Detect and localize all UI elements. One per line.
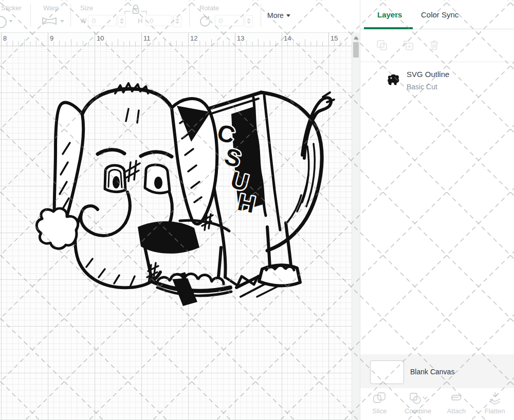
design-canvas[interactable]: C S U H: [0, 46, 352, 420]
slice-button[interactable]: Slice: [360, 388, 399, 420]
combine-label: Combine: [405, 407, 431, 415]
flatten-button[interactable]: Flatten: [475, 388, 514, 420]
more-caret-down-icon: [286, 14, 290, 17]
panel-tabs: Layers Color Sync: [360, 0, 514, 30]
layer-linetype: Basic Cut: [407, 83, 437, 91]
duplicate-layer-icon[interactable]: [402, 39, 414, 51]
toolbar-divider: [189, 4, 190, 27]
tab-layers[interactable]: Layers: [377, 10, 402, 19]
warp-icon[interactable]: [41, 16, 58, 26]
rotate-stepper[interactable]: [245, 15, 253, 27]
delete-layer-icon[interactable]: [428, 39, 440, 51]
attach-button[interactable]: Attach: [437, 388, 476, 420]
sticker-caret-down-icon[interactable]: [9, 20, 13, 23]
vertical-scrollbar[interactable]: [352, 32, 360, 420]
group-layers-icon[interactable]: [376, 39, 388, 51]
rotate-input[interactable]: 0: [215, 15, 244, 26]
layer-list-item[interactable]: SVG Outline Basic Cut: [360, 63, 514, 97]
layer-thumbnail: [386, 73, 401, 87]
layer-title: SVG Outline: [407, 70, 449, 79]
ruler-number: 12: [190, 34, 197, 42]
active-tab-underline: [364, 27, 413, 29]
height-stepper[interactable]: [173, 15, 181, 27]
combine-icon: [408, 391, 428, 406]
scroll-up-arrow-icon[interactable]: [354, 36, 359, 40]
height-input[interactable]: 0: [145, 15, 172, 26]
toolbar-divider: [70, 4, 71, 27]
width-field-label: W: [80, 17, 86, 25]
toolbar-divider: [30, 4, 31, 27]
combine-button[interactable]: Combine: [399, 388, 437, 420]
attach-label: Attach: [447, 407, 466, 415]
horizontal-ruler: 8 9 10 11 12 13 14 15: [0, 32, 352, 46]
width-stepper[interactable]: [118, 15, 126, 27]
sticker-icon[interactable]: [0, 16, 7, 28]
slice-icon: [372, 391, 387, 406]
slice-label: Slice: [372, 407, 387, 415]
tab-color-sync[interactable]: Color Sync: [421, 10, 458, 19]
elephant-line-art: C S U H: [36, 83, 334, 306]
canvas-artwork-elephant[interactable]: C S U H: [0, 46, 352, 420]
size-label: Size: [80, 4, 93, 12]
canvas-color-swatch[interactable]: [370, 360, 404, 384]
ruler-number: 10: [97, 34, 104, 42]
ruler-number: 9: [50, 34, 53, 42]
sticker-label: Sticker: [1, 4, 22, 12]
scrollbar-thumb[interactable]: [353, 42, 359, 58]
warp-caret-down-icon[interactable]: [60, 20, 64, 23]
canvas-background-label: Blank Canvas: [410, 368, 454, 376]
width-input[interactable]: 0: [88, 15, 117, 26]
rotate-icon[interactable]: [198, 15, 212, 27]
height-field-label: H: [138, 17, 142, 25]
ruler-number: 14: [284, 34, 291, 42]
edit-toolbar: Sticker Warp Size W 0 H 0 Rotate 0 More: [0, 0, 360, 32]
more-button[interactable]: More: [267, 11, 290, 20]
flatten-label: Flatten: [485, 407, 505, 415]
lock-icon[interactable]: [132, 4, 140, 14]
attach-icon: [449, 391, 464, 406]
flatten-icon: [488, 391, 502, 406]
bottom-actions-bar: Slice Combine Attach Flatten: [360, 388, 514, 420]
ruler-number: 11: [143, 34, 151, 42]
canvas-background-row[interactable]: Blank Canvas: [360, 354, 514, 388]
layer-actions-row: [360, 30, 514, 62]
toolbar-divider: [261, 4, 261, 27]
warp-label: Warp: [43, 4, 59, 12]
layers-panel: Layers Color Sync SVG Outline Basic Cut: [360, 0, 514, 420]
rotate-label: Rotate: [199, 4, 219, 12]
more-label: More: [267, 11, 284, 20]
ruler-number: 15: [331, 34, 338, 42]
ruler-number: 13: [237, 34, 244, 42]
ruler-number: 8: [3, 34, 7, 42]
